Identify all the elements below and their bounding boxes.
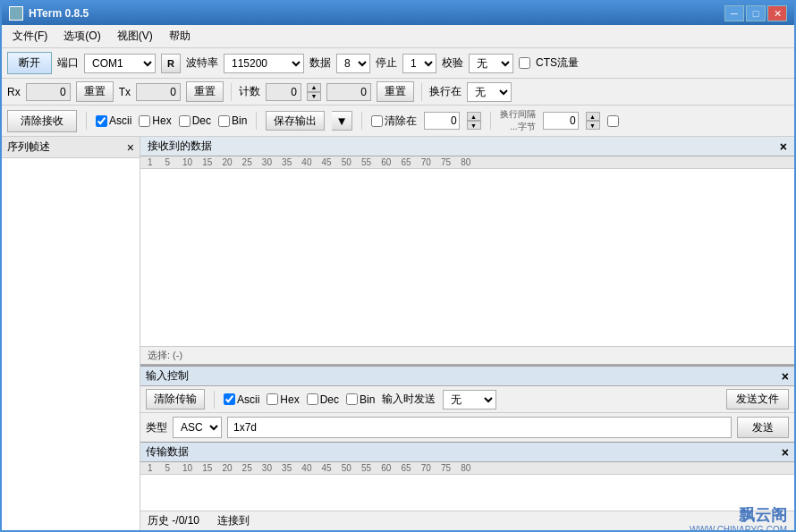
ascii-checkbox[interactable] bbox=[96, 115, 107, 127]
dec-checkbox[interactable] bbox=[179, 115, 191, 127]
clear-in-input[interactable] bbox=[424, 112, 460, 130]
input-ascii-group: Ascii bbox=[224, 393, 259, 406]
connected-status: 连接到 bbox=[217, 513, 250, 528]
input-text-field[interactable] bbox=[227, 417, 732, 438]
count-spin-down[interactable]: ▼ bbox=[307, 92, 321, 101]
ruler-numbers: 1 5 10 15 20 25 30 35 40 45 50 55 60 65 … bbox=[148, 157, 470, 167]
newline-label: 换行在 bbox=[429, 84, 462, 99]
send-when-select[interactable]: 无 bbox=[443, 390, 496, 410]
input-hex-label: Hex bbox=[280, 393, 299, 406]
ascii-label: Ascii bbox=[109, 114, 131, 127]
send-button[interactable]: 发送 bbox=[737, 417, 789, 438]
newline-interval-group: 换行间隔 ...字节 bbox=[500, 108, 536, 133]
transfer-panel-header: 传输数据 × bbox=[140, 443, 794, 462]
clear-receive-button[interactable]: 清除接收 bbox=[7, 110, 77, 132]
transfer-ruler-numbers: 1 5 10 15 20 25 30 35 40 45 50 55 60 65 … bbox=[148, 463, 470, 473]
close-button[interactable]: ✕ bbox=[767, 5, 787, 21]
hex-checkbox[interactable] bbox=[139, 115, 150, 127]
count-label: 计数 bbox=[239, 84, 260, 99]
newline-interval-spin-up[interactable]: ▲ bbox=[586, 112, 600, 121]
newline-interval-input[interactable] bbox=[543, 112, 579, 130]
menu-view[interactable]: 视图(V) bbox=[110, 27, 160, 46]
stop-label: 停止 bbox=[376, 55, 397, 71]
clear-in-spin-down[interactable]: ▼ bbox=[467, 121, 481, 130]
input-bin-group: Bin bbox=[346, 393, 375, 406]
clear-in-checkbox[interactable] bbox=[371, 115, 383, 127]
title-bar-left: HTerm 0.8.5 bbox=[9, 6, 89, 21]
count-reset-button[interactable]: 重置 bbox=[377, 81, 414, 102]
maximize-button[interactable]: □ bbox=[746, 5, 766, 21]
cts-label: CTS流量 bbox=[536, 55, 579, 71]
count-input1[interactable] bbox=[266, 83, 301, 101]
watermark-line2: WWW.CHINAPYG.COM bbox=[690, 525, 787, 530]
input-bin-label: Bin bbox=[360, 393, 375, 406]
sidebar: 序列帧述 × bbox=[2, 137, 140, 530]
transfer-panel-title: 传输数据 bbox=[146, 444, 189, 460]
hex-checkbox-group: Hex bbox=[139, 114, 171, 127]
connect-button[interactable]: 断开 bbox=[7, 52, 52, 74]
transfer-panel-close[interactable]: × bbox=[782, 445, 789, 460]
sidebar-close-button[interactable]: × bbox=[127, 141, 134, 154]
count-spin-up[interactable]: ▲ bbox=[307, 83, 321, 92]
title-bar: HTerm 0.8.5 ─ □ ✕ bbox=[2, 2, 794, 25]
check-label: 校验 bbox=[442, 55, 463, 71]
receive-panel-title: 接收到的数据 bbox=[148, 139, 212, 154]
tx-label: Tx bbox=[119, 86, 131, 98]
count-spinner[interactable]: ▲ ▼ bbox=[307, 83, 321, 101]
cts-checkbox[interactable] bbox=[519, 57, 530, 69]
transfer-panel: 传输数据 × 1 5 10 15 20 25 30 35 40 45 50 55… bbox=[140, 442, 794, 511]
data-label: 数据 bbox=[309, 55, 331, 71]
input-ascii-checkbox[interactable] bbox=[224, 393, 235, 405]
send-file-button[interactable]: 发送文件 bbox=[726, 389, 789, 410]
port-select[interactable]: COM1 bbox=[84, 54, 156, 73]
receive-panel: 接收到的数据 × 1 5 10 15 20 25 30 35 40 45 50 … bbox=[140, 137, 794, 366]
data-select[interactable]: 8 bbox=[336, 54, 370, 73]
receive-data-area bbox=[140, 169, 794, 346]
tx-reset-button[interactable]: 重置 bbox=[186, 81, 224, 102]
toolbar: 断开 端口 COM1 R 波特率 115200 数据 8 停止 1 校验 无 C… bbox=[2, 48, 794, 79]
save-output-dropdown[interactable]: ▼ bbox=[332, 111, 351, 131]
action-row: 清除接收 Ascii Hex Dec Bin 保存输出 ▼ 清除在 ▲ ▼ bbox=[2, 106, 794, 137]
stop-select[interactable]: 1 bbox=[402, 54, 436, 73]
input-dec-label: Dec bbox=[320, 393, 339, 406]
hex-label: Hex bbox=[152, 114, 171, 127]
type-select[interactable]: ASC bbox=[173, 417, 222, 438]
receive-panel-close[interactable]: × bbox=[780, 139, 787, 154]
newline-interval-label2: ...字节 bbox=[510, 121, 535, 133]
baud-label: 波特率 bbox=[186, 55, 218, 71]
clear-transmit-button[interactable]: 清除传输 bbox=[146, 389, 205, 410]
menu-options[interactable]: 选项(O) bbox=[56, 27, 107, 46]
baud-select[interactable]: 115200 bbox=[224, 54, 304, 73]
newline-interval-checkbox[interactable] bbox=[607, 115, 619, 127]
save-output-button[interactable]: 保存输出 bbox=[266, 111, 325, 131]
bin-label: Bin bbox=[232, 114, 247, 127]
input-toolbar: 清除传输 Ascii Hex Dec bbox=[140, 386, 794, 413]
input-hex-checkbox[interactable] bbox=[267, 393, 278, 405]
port-label: 端口 bbox=[57, 55, 79, 71]
menu-bar: 文件(F) 选项(O) 视图(V) 帮助 bbox=[2, 25, 794, 48]
clear-in-label: 清除在 bbox=[385, 114, 417, 129]
app-icon bbox=[9, 6, 23, 21]
transfer-data-area bbox=[140, 475, 794, 511]
menu-help[interactable]: 帮助 bbox=[162, 27, 198, 46]
menu-file[interactable]: 文件(F) bbox=[5, 27, 55, 46]
minimize-button[interactable]: ─ bbox=[724, 5, 744, 21]
clear-in-spin-up[interactable]: ▲ bbox=[467, 112, 481, 121]
newline-interval-spin-down[interactable]: ▼ bbox=[586, 121, 600, 130]
title-text: HTerm 0.8.5 bbox=[29, 7, 89, 20]
check-select[interactable]: 无 bbox=[469, 54, 513, 73]
input-dec-checkbox[interactable] bbox=[307, 393, 318, 405]
receive-ruler: 1 5 10 15 20 25 30 35 40 45 50 55 60 65 … bbox=[140, 156, 794, 169]
status-bar: 历史 -/0/10 连接到 飘云阁 WWW.CHINAPYG.COM bbox=[140, 511, 794, 530]
status-row: Rx 重置 Tx 重置 计数 ▲ ▼ 重置 换行在 无 bbox=[2, 79, 794, 106]
input-bin-checkbox[interactable] bbox=[346, 393, 358, 405]
rx-reset-button[interactable]: 重置 bbox=[76, 81, 114, 102]
newline-select[interactable]: 无 bbox=[467, 82, 512, 102]
bin-checkbox[interactable] bbox=[218, 115, 230, 127]
newline-interval-spinner: ▲ ▼ bbox=[586, 112, 600, 130]
refresh-button[interactable]: R bbox=[161, 54, 181, 73]
receive-panel-header: 接收到的数据 × bbox=[140, 137, 794, 156]
input-ascii-label: Ascii bbox=[237, 393, 259, 406]
watermark-line1: 飘云阁 bbox=[690, 507, 787, 525]
input-control-close[interactable]: × bbox=[782, 369, 789, 384]
